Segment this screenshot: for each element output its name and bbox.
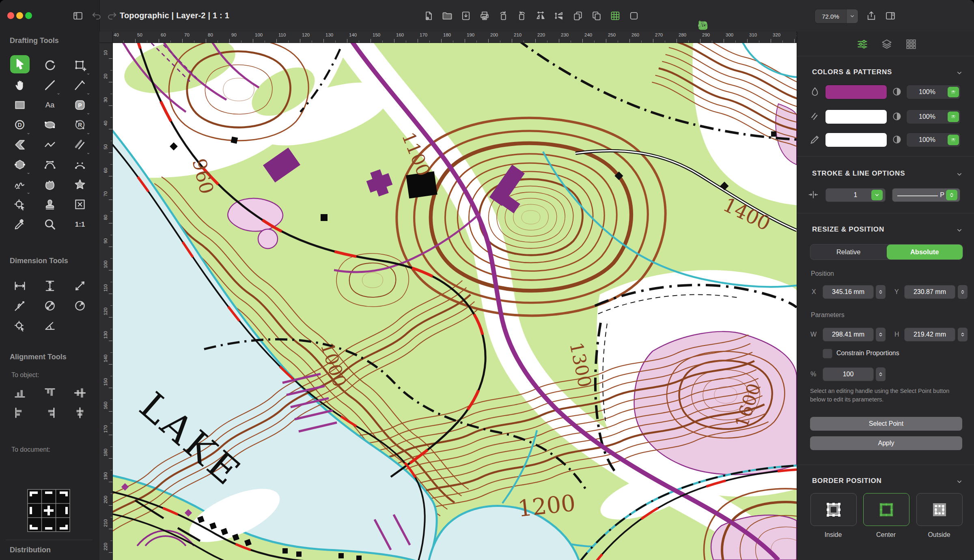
border-inside-tile[interactable] [810, 493, 857, 526]
artboard-button[interactable] [627, 10, 640, 23]
stroke-width-dropdown-button[interactable] [871, 190, 883, 200]
percent-stepper[interactable] [876, 367, 886, 381]
tool-select[interactable] [10, 55, 30, 73]
tab-swatches-grid[interactable] [904, 37, 918, 52]
x-position-field[interactable]: 345.16 mm [823, 285, 874, 299]
rotate-right-button[interactable] [515, 10, 528, 23]
resize-position-collapse-chevron[interactable] [955, 226, 963, 234]
tool-snap-point[interactable] [9, 194, 31, 214]
tool-dim-perpendicular[interactable] [9, 296, 31, 315]
tool-pan[interactable] [9, 75, 31, 95]
tool-stamp[interactable] [39, 194, 61, 214]
stroke-opacity-slider-button[interactable] [948, 112, 959, 122]
pencil-opacity-field[interactable]: 100% [906, 133, 961, 147]
paste-style-button[interactable] [590, 10, 603, 23]
flip-vertical-button[interactable] [553, 10, 566, 23]
tool-p-shape[interactable]: ⌄ [69, 95, 91, 115]
tool-rotate[interactable] [39, 55, 61, 75]
zoom-window-button[interactable] [25, 12, 32, 19]
pencil-color-swatch[interactable] [825, 133, 887, 147]
tool-delete-box[interactable] [69, 194, 91, 214]
tab-style-sliders[interactable] [855, 37, 870, 52]
apply-button[interactable]: Apply [810, 436, 962, 450]
tool-dim-horizontal[interactable] [9, 276, 31, 296]
tool-align-bottom[interactable] [9, 383, 31, 403]
tool-chevron-shape[interactable] [9, 135, 31, 154]
height-stepper[interactable] [958, 328, 968, 341]
pencil-opacity-slider-button[interactable] [948, 135, 959, 145]
fill-contrast-icon[interactable] [892, 86, 902, 97]
y-position-stepper[interactable] [958, 285, 968, 299]
border-outside-tile[interactable] [916, 493, 963, 526]
tool-arc[interactable] [69, 154, 91, 174]
fill-opacity-slider-button[interactable] [948, 87, 959, 97]
stroke-opacity-field[interactable]: 100% [906, 109, 961, 124]
tool-d-circle[interactable]: ⌄ [9, 115, 31, 135]
tool-angle-line[interactable]: ⌄ [69, 75, 91, 95]
tool-one-to-one[interactable] [69, 214, 91, 234]
close-window-button[interactable] [7, 12, 14, 19]
open-folder-button[interactable] [441, 10, 454, 23]
tool-bezier[interactable] [39, 154, 61, 174]
stroke-width-field[interactable]: 1 [825, 188, 886, 202]
rotate-left-button[interactable] [497, 10, 510, 23]
tool-align-horizontal-centers[interactable] [69, 403, 91, 423]
height-field[interactable]: 219.42 mm [904, 328, 955, 341]
zoom-dropdown-chevron-icon[interactable] [846, 9, 858, 23]
line-style-field[interactable]: P [892, 188, 960, 202]
width-field[interactable]: 298.41 mm [823, 328, 874, 341]
print-button[interactable] [478, 10, 491, 23]
tool-text[interactable] [39, 95, 61, 115]
tool-dim-diagonal[interactable] [69, 276, 91, 296]
percent-field[interactable]: 100 [823, 367, 874, 381]
tool-dim-center[interactable] [9, 315, 31, 335]
new-document-button[interactable] [422, 10, 435, 23]
tool-line[interactable]: ⌄ [39, 75, 61, 95]
stroke-contrast-icon[interactable] [892, 111, 902, 122]
redo-button[interactable] [106, 10, 119, 23]
line-style-stepper-button[interactable] [946, 190, 957, 200]
tool-star[interactable] [69, 174, 91, 194]
vertical-ruler[interactable]: 1020304050607080901001101201301401501601… [99, 43, 113, 560]
border-center-tile[interactable] [863, 493, 909, 526]
tool-align-right[interactable] [39, 403, 61, 423]
tool-align-left[interactable] [9, 403, 31, 423]
tool-parallel-lines[interactable]: ⌄ [69, 135, 91, 154]
width-stepper[interactable] [876, 328, 886, 341]
tool-zoom-tool[interactable] [39, 214, 61, 234]
toggle-right-panel-button[interactable] [884, 10, 897, 23]
flip-horizontal-button[interactable] [534, 10, 547, 23]
toggle-sidebar-button[interactable] [71, 10, 84, 23]
tool-blob[interactable] [39, 174, 61, 194]
tool-freehand[interactable]: ⌄ [9, 174, 31, 194]
absolute-mode-button[interactable]: Absolute [887, 245, 963, 260]
tool-rectangle[interactable] [9, 95, 31, 115]
tool-r-circle[interactable]: ⌄ [69, 115, 91, 135]
fill-color-swatch[interactable] [825, 85, 887, 99]
colors-patterns-collapse-chevron[interactable] [955, 69, 963, 77]
import-button[interactable] [459, 10, 472, 23]
snap-coordinates-button[interactable] [696, 19, 709, 32]
constrain-proportions-checkbox[interactable] [823, 349, 832, 358]
stroke-color-swatch[interactable] [825, 109, 887, 124]
horizontal-ruler[interactable]: 4050607080901001101201301401501601701801… [113, 32, 797, 43]
tool-dim-radius[interactable] [69, 296, 91, 315]
undo-button[interactable] [90, 10, 103, 23]
zoom-control[interactable]: 72.0% [815, 9, 858, 24]
drawing-canvas[interactable]: LAKE 960 1000 1100 1200 1300 1400 1600 [113, 43, 797, 560]
tool-polyline[interactable] [39, 135, 61, 154]
x-position-stepper[interactable] [876, 285, 886, 299]
tool-transform[interactable]: ⌄ [69, 55, 91, 75]
grid-button[interactable] [609, 10, 622, 23]
tool-ellipse[interactable] [39, 115, 61, 135]
tool-dim-diameter[interactable] [39, 296, 61, 315]
tool-polygon[interactable]: ⌄ [9, 154, 31, 174]
pencil-contrast-icon[interactable] [892, 134, 902, 145]
tool-align-top[interactable] [39, 383, 61, 403]
tab-layers[interactable] [879, 37, 894, 52]
y-position-field[interactable]: 230.87 mm [904, 285, 955, 299]
border-position-collapse-chevron[interactable] [955, 478, 963, 486]
tool-dim-vertical[interactable] [39, 276, 61, 296]
fill-opacity-field[interactable]: 100% [906, 85, 961, 99]
tool-dim-angle[interactable] [39, 315, 61, 335]
